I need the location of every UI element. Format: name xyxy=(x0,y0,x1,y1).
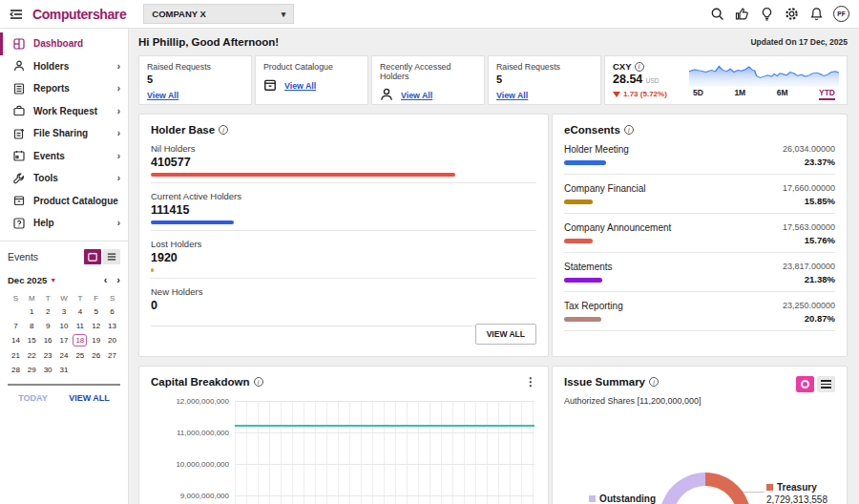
calendar-cell[interactable]: 25 xyxy=(72,350,88,361)
calendar-cell[interactable]: 20 xyxy=(104,335,120,346)
info-icon[interactable]: i xyxy=(624,125,634,135)
events-title: Events xyxy=(8,251,38,262)
file-sharing-icon xyxy=(13,127,26,139)
sidebar-item-product-catalogue[interactable]: Product Catalogue xyxy=(0,190,128,213)
settings-gear-icon[interactable] xyxy=(784,6,800,22)
range-tab-ytd[interactable]: YTD xyxy=(819,88,835,100)
sidebar-item-label: Holders xyxy=(33,61,69,72)
calendar-cell[interactable]: 2 xyxy=(40,306,56,317)
consent-label: Company Announcement xyxy=(564,222,744,233)
consent-label: Statements xyxy=(564,262,744,272)
info-icon[interactable]: i xyxy=(254,377,263,387)
sidebar-item-label: Help xyxy=(33,218,54,228)
computershare-logo[interactable]: Computershare xyxy=(32,7,126,22)
today-button[interactable]: TODAY xyxy=(18,393,48,403)
feedback-thumbs-up-icon[interactable] xyxy=(734,6,750,22)
info-icon[interactable]: i xyxy=(219,125,228,135)
calendar-cell[interactable]: 16 xyxy=(40,335,56,346)
company-selector[interactable]: COMPANY X ▾ xyxy=(143,4,294,24)
metric-bar xyxy=(151,268,154,272)
search-icon[interactable] xyxy=(709,6,725,22)
sidebar-item-label: Tools xyxy=(33,173,58,183)
view-all-link[interactable]: View All xyxy=(496,91,528,100)
sidebar-item-dashboard[interactable]: Dashboard xyxy=(0,32,128,55)
calendar-cell[interactable]: 27 xyxy=(104,350,120,361)
metric-value: 111415 xyxy=(151,203,536,217)
calendar-cell[interactable]: 12 xyxy=(88,321,104,331)
day-header: T xyxy=(40,294,56,303)
user-avatar[interactable]: PF xyxy=(833,6,849,22)
sidebar-item-help[interactable]: Help › xyxy=(0,212,128,235)
list-view-button[interactable] xyxy=(103,249,120,264)
calendar-cell[interactable]: 14 xyxy=(8,335,24,346)
calendar-prev-button[interactable]: ‹ xyxy=(104,275,108,284)
events-view-all-button[interactable]: VIEW ALL xyxy=(69,393,110,403)
calendar-cell[interactable]: 31 xyxy=(56,365,73,375)
sidebar-item-reports[interactable]: Reports › xyxy=(0,77,128,100)
month-caret-icon: ▼ xyxy=(50,277,56,284)
calendar-view-button[interactable] xyxy=(84,249,101,264)
calendar-cell[interactable]: 6 xyxy=(104,306,120,317)
calendar-cell[interactable]: 23 xyxy=(40,350,56,361)
calendar-cell[interactable]: 9 xyxy=(40,321,56,331)
sidebar-item-work-request[interactable]: Work Request › xyxy=(0,100,128,123)
consent-percent: 20.87% xyxy=(744,313,835,324)
info-icon[interactable]: i xyxy=(649,377,659,387)
range-tab-6m[interactable]: 6M xyxy=(777,88,788,100)
calendar-month-selector[interactable]: Dec 2025 xyxy=(8,275,47,285)
donut-view-button[interactable] xyxy=(796,376,814,392)
calendar-cell[interactable]: 29 xyxy=(24,365,40,375)
view-all-link[interactable]: View All xyxy=(284,81,316,91)
calendar-cell[interactable]: 24 xyxy=(56,350,73,361)
sidebar-item-holders[interactable]: Holders › xyxy=(0,55,128,78)
topbar-actions: PF xyxy=(709,6,859,22)
calendar-cell[interactable]: 22 xyxy=(24,350,40,361)
calendar-next-button[interactable]: › xyxy=(116,275,120,284)
calendar-cell[interactable]: 13 xyxy=(104,321,120,331)
calendar-cell[interactable]: 21 xyxy=(8,350,24,361)
kebab-menu-icon[interactable]: ⋮ xyxy=(525,376,536,388)
calendar-cell[interactable]: 5 xyxy=(88,306,104,317)
view-all-link[interactable]: View All xyxy=(147,91,178,100)
holders-person-icon xyxy=(13,60,26,73)
capital-series-line xyxy=(235,425,534,427)
calendar-cell[interactable]: 1 xyxy=(24,306,40,317)
ideas-lightbulb-icon[interactable] xyxy=(759,6,775,22)
card-count: 5 xyxy=(147,74,243,85)
stock-symbol: CXY xyxy=(613,61,632,72)
chart-plot-area xyxy=(235,401,534,504)
sidebar: Dashboard Holders › Reports › xyxy=(0,29,129,504)
calendar-cell[interactable]: 30 xyxy=(40,365,56,375)
range-tab-5d[interactable]: 5D xyxy=(693,88,703,100)
card-title: Raised Requests xyxy=(147,62,243,72)
notifications-bell-icon[interactable] xyxy=(808,6,825,22)
calendar-cell[interactable]: 17 xyxy=(56,335,73,346)
calendar-cell-selected[interactable]: 18 xyxy=(73,334,87,346)
info-icon[interactable]: i xyxy=(635,62,644,72)
calendar-cell xyxy=(88,365,104,375)
calendar-cell[interactable]: 4 xyxy=(72,306,88,317)
calendar-cell[interactable]: 15 xyxy=(24,335,40,346)
calendar-cell[interactable]: 8 xyxy=(24,321,40,331)
calendar-cell[interactable]: 19 xyxy=(88,335,104,346)
calendar-cell[interactable]: 3 xyxy=(56,306,73,317)
view-all-link[interactable]: View All xyxy=(401,91,432,100)
sidebar-item-events[interactable]: Events › xyxy=(0,145,128,168)
legend-value: 2,729,313,558 xyxy=(766,494,828,504)
calendar-grid: S M T W T F S 1 2 3 4 5 6 7 8 9 10 11 12 xyxy=(8,294,120,375)
sidebar-item-file-sharing[interactable]: File Sharing › xyxy=(0,122,128,145)
econsents-row: Tax Reporting 23,250.00000 20.87% xyxy=(564,301,835,331)
sidebar-item-tools[interactable]: Tools › xyxy=(0,167,128,190)
range-tab-1m[interactable]: 1M xyxy=(734,88,745,100)
calendar-cell[interactable]: 11 xyxy=(72,321,88,331)
calendar-cell[interactable]: 10 xyxy=(56,321,73,331)
holder-base-view-all-button[interactable]: VIEW ALL xyxy=(475,324,536,345)
calendar-cell[interactable]: 28 xyxy=(8,365,24,375)
top-bar: Computershare COMPANY X ▾ xyxy=(0,0,859,29)
sidebar-collapse-icon[interactable] xyxy=(0,9,32,20)
sidebar-item-label: Work Request xyxy=(33,106,97,116)
list-view-button[interactable] xyxy=(817,376,835,392)
calendar-cell[interactable]: 26 xyxy=(88,350,104,361)
calendar-cell[interactable]: 7 xyxy=(8,321,24,331)
holder-base-title: Holder Base xyxy=(151,124,215,136)
